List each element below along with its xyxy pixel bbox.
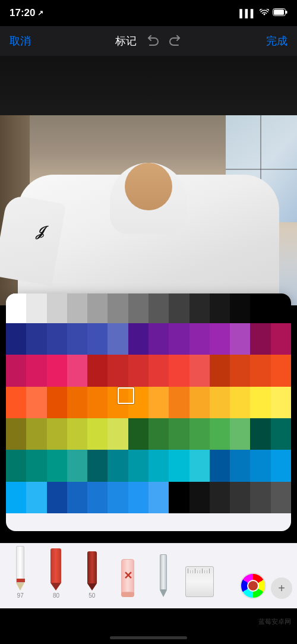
color-cell-5-5[interactable] (148, 387, 169, 418)
color-cell-1-4[interactable] (210, 323, 230, 355)
gray-cell-6[interactable] (128, 293, 148, 323)
color-cell-1-2[interactable] (169, 323, 189, 355)
undo-button[interactable] (146, 33, 159, 49)
tool-marker-dark[interactable]: 50 (77, 551, 108, 599)
color-cell-3-2[interactable] (128, 355, 148, 386)
color-cell-13-5[interactable] (271, 482, 291, 513)
color-cell-9-2[interactable] (6, 450, 26, 481)
redo-button[interactable] (169, 33, 182, 49)
color-cell-4-3[interactable] (271, 355, 291, 386)
color-cell-0-2[interactable] (47, 323, 67, 355)
color-cell-8-0[interactable] (128, 418, 148, 450)
color-cell-0-0[interactable] (6, 323, 26, 355)
gray-cell-4[interactable] (87, 293, 108, 323)
color-cell-8-5[interactable] (230, 418, 250, 450)
color-cell-4-4[interactable] (6, 387, 26, 418)
gray-cell-5[interactable] (108, 293, 128, 323)
add-tool-button[interactable]: + (271, 577, 292, 599)
color-cell-10-2[interactable] (128, 450, 148, 481)
color-cell-11-2[interactable] (250, 450, 270, 481)
color-cell-4-1[interactable] (230, 355, 250, 386)
color-cell-3-1[interactable] (108, 355, 128, 386)
color-cell-6-2[interactable] (210, 387, 230, 418)
tool-eraser[interactable]: ✕ (112, 559, 143, 599)
color-cell-0-1[interactable] (26, 323, 46, 355)
color-cell-0-5[interactable] (108, 323, 128, 355)
color-cell-2-3[interactable] (26, 355, 46, 386)
color-cell-2-1[interactable] (271, 323, 291, 355)
color-cell-11-0[interactable] (210, 450, 230, 481)
color-cell-5-1[interactable] (67, 387, 87, 418)
color-cell-13-4[interactable] (250, 482, 270, 513)
cancel-button[interactable]: 取消 (10, 34, 31, 48)
tool-sketch[interactable] (148, 554, 179, 599)
tool-pencil[interactable]: 97 (5, 546, 36, 599)
color-cell-6-5[interactable] (271, 387, 291, 418)
color-cell-4-5[interactable] (26, 387, 46, 418)
gray-cell-7[interactable] (148, 293, 169, 323)
tool-ruler[interactable] (184, 566, 215, 599)
color-cell-12-2[interactable] (87, 482, 108, 513)
color-cell-10-0[interactable] (87, 450, 108, 481)
color-cell-13-0[interactable] (169, 482, 189, 513)
gray-cell-12[interactable] (250, 293, 270, 323)
color-cell-1-0[interactable] (128, 323, 148, 355)
color-cell-9-1[interactable] (271, 418, 291, 450)
color-cell-3-4[interactable] (169, 355, 189, 386)
color-cell-0-4[interactable] (87, 323, 108, 355)
color-cell-2-0[interactable] (250, 323, 270, 355)
color-cell-12-4[interactable] (128, 482, 148, 513)
gray-cell-3[interactable] (67, 293, 87, 323)
color-cell-5-0[interactable] (47, 387, 67, 418)
color-grid[interactable] (6, 323, 291, 513)
color-cell-8-3[interactable] (189, 418, 210, 450)
done-button[interactable]: 完成 (266, 34, 287, 48)
color-cell-1-1[interactable] (148, 323, 169, 355)
color-cell-3-5[interactable] (189, 355, 210, 386)
gray-cell-13[interactable] (271, 293, 291, 323)
color-cell-5-4[interactable] (128, 387, 148, 418)
color-cell-9-4[interactable] (47, 450, 67, 481)
color-cell-1-5[interactable] (230, 323, 250, 355)
gray-cell-8[interactable] (169, 293, 189, 323)
color-cell-8-1[interactable] (148, 418, 169, 450)
gray-cell-0[interactable] (6, 293, 26, 323)
color-cell-7-4[interactable] (87, 418, 108, 450)
color-cell-3-3[interactable] (148, 355, 169, 386)
color-cell-12-0[interactable] (47, 482, 67, 513)
color-cell-6-1[interactable] (189, 387, 210, 418)
color-cell-11-4[interactable] (6, 482, 26, 513)
color-cell-12-1[interactable] (67, 482, 87, 513)
color-cell-4-2[interactable] (250, 355, 270, 386)
color-cell-4-0[interactable] (210, 355, 230, 386)
gray-cell-9[interactable] (189, 293, 210, 323)
tool-marker-red[interactable]: 80 (40, 548, 71, 599)
color-circle-button[interactable] (240, 573, 266, 599)
color-cell-13-3[interactable] (230, 482, 250, 513)
color-cell-8-4[interactable] (210, 418, 230, 450)
color-cell-12-3[interactable] (108, 482, 128, 513)
color-picker-panel[interactable] (6, 293, 291, 531)
color-cell-12-5[interactable] (148, 482, 169, 513)
color-cell-6-4[interactable] (250, 387, 270, 418)
color-cell-8-2[interactable] (169, 418, 189, 450)
color-cell-9-5[interactable] (67, 450, 87, 481)
color-cell-13-1[interactable] (189, 482, 210, 513)
color-cell-10-4[interactable] (169, 450, 189, 481)
color-cell-7-2[interactable] (47, 418, 67, 450)
color-cell-1-3[interactable] (189, 323, 210, 355)
color-cell-10-3[interactable] (148, 450, 169, 481)
color-cell-7-3[interactable] (67, 418, 87, 450)
color-cell-9-0[interactable] (250, 418, 270, 450)
color-cell-6-0[interactable] (169, 387, 189, 418)
color-cell-7-1[interactable] (26, 418, 46, 450)
color-cell-6-3[interactable] (230, 387, 250, 418)
color-cell-7-5[interactable] (108, 418, 128, 450)
gray-cell-11[interactable] (230, 293, 250, 323)
color-cell-0-3[interactable] (67, 323, 87, 355)
color-cell-11-1[interactable] (230, 450, 250, 481)
color-cell-10-1[interactable] (108, 450, 128, 481)
color-cell-9-3[interactable] (26, 450, 46, 481)
color-cell-13-2[interactable] (210, 482, 230, 513)
color-cell-2-4[interactable] (47, 355, 67, 386)
